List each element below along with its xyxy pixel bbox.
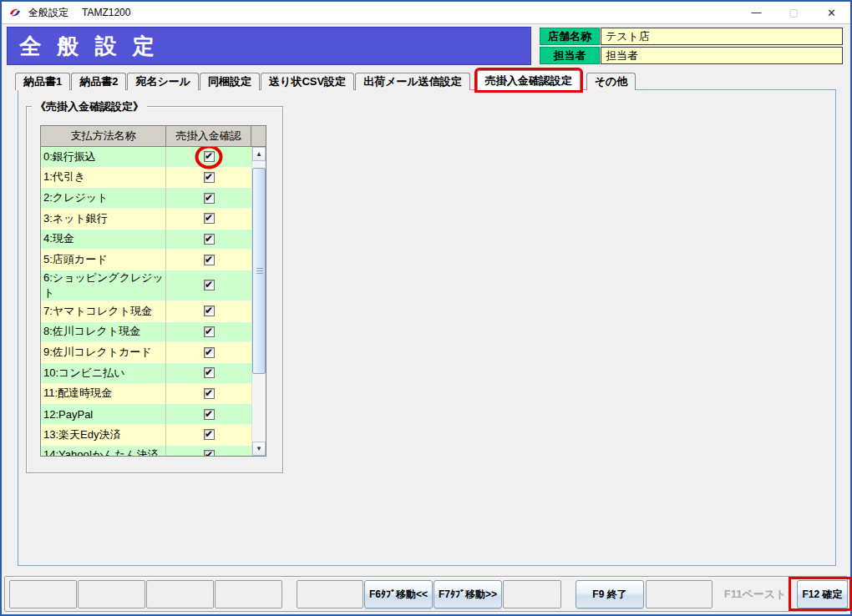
table-row: 14:Yahoo!かんたん決済✔ [41, 446, 251, 456]
confirm-cell: ✔ [166, 188, 251, 209]
payment-method-name: 4:現金 [41, 230, 166, 250]
confirm-checkbox[interactable]: ✔ [204, 305, 215, 316]
staff-field[interactable]: 担当者 [601, 47, 843, 64]
confirm-cell: ✔ [166, 147, 251, 168]
payment-method-name: 0:銀行振込 [41, 147, 166, 168]
tab-1[interactable]: 納品書2 [71, 73, 126, 90]
f7-tab-move-forward-button[interactable]: F7ﾀﾌﾞ移動>> [434, 580, 502, 608]
confirm-checkbox[interactable]: ✔ [204, 213, 215, 224]
payment-method-name: 1:代引き [41, 168, 166, 189]
payment-method-name: 13:楽天Edy決済 [41, 425, 166, 446]
confirm-cell: ✔ [166, 404, 251, 425]
table-row: 9:佐川コレクトカード✔ [41, 342, 251, 363]
payment-method-name: 7:ヤマトコレクト現金 [41, 301, 166, 322]
payment-rows: 0:銀行振込✔1:代引き✔2:クレジット✔3:ネット銀行✔4:現金✔5:店頭カー… [41, 147, 251, 456]
tab-6[interactable]: 売掛入金確認設定 [477, 70, 581, 90]
confirm-checkbox[interactable]: ✔ [204, 450, 215, 456]
scroll-up-icon[interactable]: ▲ [252, 147, 266, 161]
table-row: 11:配達時現金✔ [41, 384, 251, 405]
payment-method-name: 12:PayPal [41, 404, 166, 425]
confirm-cell: ✔ [166, 363, 251, 384]
vertical-scrollbar[interactable]: ▲ ▼ [251, 147, 266, 456]
settings-groupbox: 《売掛入金確認設定》 支払方法名称 売掛入金確認 0:銀行振込✔1:代引き✔2:… [26, 106, 283, 473]
payment-method-name: 10:コンビニ払い [41, 363, 166, 384]
tab-strip: 納品書1納品書2宛名シール同梱設定送り状CSV設定出荷メール送信設定売掛入金確認… [15, 70, 636, 90]
payment-table: 支払方法名称 売掛入金確認 0:銀行振込✔1:代引き✔2:クレジット✔3:ネット… [40, 125, 266, 457]
payment-method-name: 8:佐川コレクト現金 [41, 322, 166, 343]
payment-method-name: 3:ネット銀行 [41, 209, 166, 230]
confirm-cell: ✔ [166, 384, 251, 405]
confirm-checkbox[interactable]: ✔ [204, 234, 215, 245]
confirm-checkbox[interactable]: ✔ [204, 409, 215, 420]
confirm-cell: ✔ [166, 230, 251, 250]
f11-paste-button: F11ペースト [717, 580, 794, 608]
close-button[interactable]: ✕ [813, 2, 850, 23]
store-name-field[interactable]: テスト店 [601, 28, 843, 45]
confirm-cell: ✔ [166, 301, 251, 322]
f10-button [646, 580, 713, 608]
window-title: 全般設定 [28, 6, 68, 20]
column-header-spacer [251, 126, 266, 146]
table-row: 2:クレジット✔ [41, 188, 251, 209]
table-row: 6:ショッピングクレジット✔ [41, 270, 251, 301]
table-header: 支払方法名称 売掛入金確認 [41, 126, 266, 147]
table-row: 3:ネット銀行✔ [41, 209, 251, 230]
tab-3[interactable]: 同梱設定 [200, 73, 260, 90]
scrollbar-thumb[interactable] [252, 168, 266, 374]
f3-button [146, 580, 214, 608]
confirm-checkbox[interactable]: ✔ [204, 151, 215, 162]
tab-2[interactable]: 宛名シール [127, 73, 199, 90]
page-title: 全 般 設 定 [7, 27, 531, 65]
tab-7[interactable]: その他 [586, 73, 636, 90]
confirm-cell: ✔ [166, 168, 251, 189]
confirm-cell: ✔ [166, 209, 251, 230]
confirm-checkbox[interactable]: ✔ [204, 347, 215, 358]
confirm-cell: ✔ [166, 270, 251, 301]
tab-5[interactable]: 出荷メール送信設定 [355, 73, 470, 90]
titlebar: 全般設定 TAMZ1200 — ▢ ✕ [2, 2, 850, 24]
table-row: 0:銀行振込✔ [41, 147, 251, 168]
confirm-checkbox[interactable]: ✔ [204, 193, 215, 204]
table-row: 5:店頭カード✔ [41, 250, 251, 270]
payment-method-name: 2:クレジット [41, 188, 166, 209]
store-name-label: 店舗名称 [540, 28, 600, 45]
staff-label: 担当者 [540, 47, 600, 64]
table-row: 10:コンビニ払い✔ [41, 363, 251, 384]
maximize-button: ▢ [775, 2, 813, 23]
confirm-checkbox[interactable]: ✔ [204, 280, 215, 290]
f8-button [503, 580, 561, 608]
table-row: 7:ヤマトコレクト現金✔ [41, 301, 251, 322]
confirm-checkbox[interactable]: ✔ [204, 367, 215, 378]
table-body: 0:銀行振込✔1:代引き✔2:クレジット✔3:ネット銀行✔4:現金✔5:店頭カー… [41, 147, 266, 456]
confirm-cell: ✔ [166, 342, 251, 363]
f1-button [9, 580, 77, 608]
tab-page: 《売掛入金確認設定》 支払方法名称 売掛入金確認 0:銀行振込✔1:代引き✔2:… [18, 89, 836, 566]
payment-method-name: 5:店頭カード [41, 250, 166, 270]
tab-4[interactable]: 送り状CSV設定 [261, 73, 354, 90]
payment-method-name: 11:配達時現金 [41, 384, 166, 405]
table-row: 13:楽天Edy決済✔ [41, 425, 251, 446]
f6-tab-move-back-button[interactable]: F6ﾀﾌﾞ移動<< [364, 580, 433, 608]
f9-exit-button[interactable]: F9 終了 [576, 580, 644, 608]
scrollbar-grip-icon [256, 268, 263, 275]
confirm-checkbox[interactable]: ✔ [204, 429, 215, 440]
scroll-down-icon[interactable]: ▼ [252, 442, 266, 456]
function-key-bar: F6ﾀﾌﾞ移動<< F7ﾀﾌﾞ移動>> F9 終了 F11ペースト F12 確定 [4, 576, 848, 612]
confirm-cell: ✔ [166, 250, 251, 270]
confirm-checkbox[interactable]: ✔ [204, 255, 215, 265]
payment-method-name: 6:ショッピングクレジット [41, 270, 166, 301]
minimize-button[interactable]: — [738, 2, 775, 23]
f4-button [215, 580, 282, 608]
tab-0[interactable]: 納品書1 [15, 73, 70, 90]
app-icon [8, 6, 22, 19]
window-title-code: TAMZ1200 [82, 7, 130, 18]
payment-method-name: 9:佐川コレクトカード [41, 342, 166, 363]
column-header-confirm: 売掛入金確認 [166, 126, 251, 146]
f12-confirm-button[interactable]: F12 確定 [797, 580, 848, 608]
confirm-checkbox[interactable]: ✔ [204, 172, 215, 183]
confirm-checkbox[interactable]: ✔ [204, 326, 215, 337]
confirm-cell: ✔ [166, 322, 251, 343]
f5-button [297, 580, 363, 608]
confirm-checkbox[interactable]: ✔ [204, 388, 215, 399]
table-row: 8:佐川コレクト現金✔ [41, 322, 251, 343]
